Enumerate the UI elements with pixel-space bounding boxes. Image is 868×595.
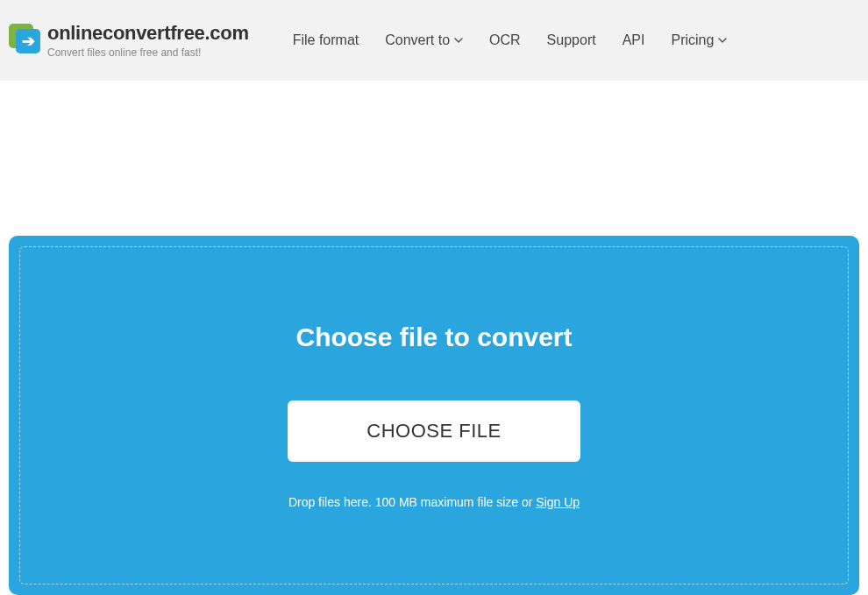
- nav-label: Convert to: [385, 32, 450, 48]
- nav-ocr[interactable]: OCR: [489, 32, 521, 48]
- nav-file-format[interactable]: File format: [293, 32, 359, 48]
- dropzone[interactable]: Choose file to convert CHOOSE FILE Drop …: [9, 236, 859, 595]
- dropzone-title: Choose file to convert: [295, 322, 572, 352]
- chevron-down-icon: [718, 38, 727, 43]
- drop-hint: Drop files here. 100 MB maximum file siz…: [288, 495, 580, 509]
- dropzone-inner: Choose file to convert CHOOSE FILE Drop …: [19, 246, 849, 584]
- main: Choose file to convert CHOOSE FILE Drop …: [0, 236, 868, 595]
- nav-label: Pricing: [671, 32, 714, 48]
- logo-group[interactable]: ➔ onlineconvertfree.com Convert files on…: [9, 22, 249, 59]
- nav-pricing[interactable]: Pricing: [671, 32, 727, 48]
- chevron-down-icon: [454, 38, 463, 43]
- logo-text: onlineconvertfree.com Convert files onli…: [47, 22, 249, 59]
- signup-link[interactable]: Sign Up: [536, 495, 580, 509]
- choose-file-button[interactable]: CHOOSE FILE: [288, 400, 580, 462]
- nav-label: Support: [547, 32, 596, 48]
- nav-label: OCR: [489, 32, 521, 48]
- main-nav: File format Convert to OCR Support API P…: [293, 32, 728, 48]
- logo-icon: ➔: [9, 24, 40, 55]
- drop-hint-text: Drop files here. 100 MB maximum file siz…: [288, 495, 536, 509]
- nav-label: File format: [293, 32, 359, 48]
- tagline: Convert files online free and fast!: [47, 46, 249, 59]
- nav-api[interactable]: API: [623, 32, 645, 48]
- header: ➔ onlineconvertfree.com Convert files on…: [0, 0, 868, 81]
- nav-convert-to[interactable]: Convert to: [385, 32, 463, 48]
- nav-label: API: [623, 32, 645, 48]
- site-name: onlineconvertfree.com: [47, 22, 249, 45]
- nav-support[interactable]: Support: [547, 32, 596, 48]
